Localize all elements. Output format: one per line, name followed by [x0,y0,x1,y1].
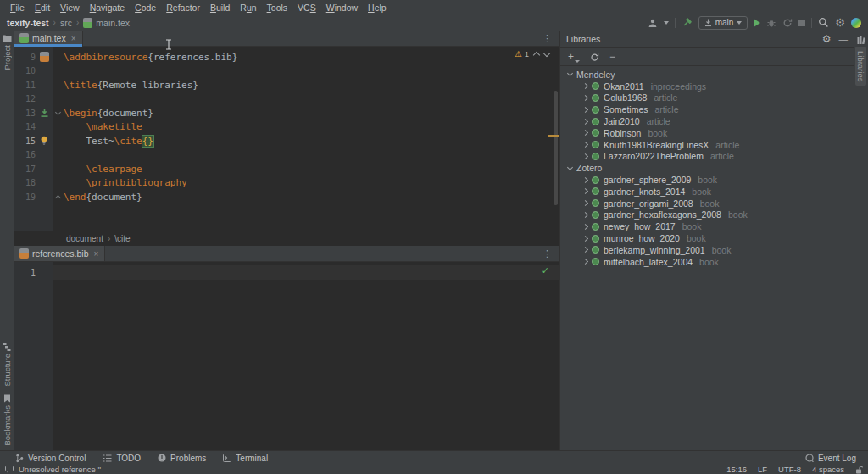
code-line[interactable]: 18 \printbibliography [14,176,559,191]
fold-marker-icon[interactable] [55,109,61,115]
next-issue-icon[interactable] [543,49,550,56]
user-profile-icon[interactable] [648,18,658,28]
run-button[interactable] [754,19,760,27]
tree-section-zotero[interactable]: Zotero [560,162,854,174]
chevron-right-icon[interactable] [582,142,588,148]
tab-options-icon[interactable]: ⋮ [535,246,559,261]
panel-hide-icon[interactable]: — [839,34,849,44]
library-entry[interactable]: berlekamp_winning_2001book [560,244,854,256]
menu-item-help[interactable]: Help [363,3,392,13]
library-entry[interactable]: gardner_origami_2008book [560,198,854,209]
chevron-right-icon[interactable] [582,119,588,125]
toolwindow-terminal[interactable]: Terminal [223,454,268,463]
tex-scrollbar[interactable] [554,91,558,205]
menu-item-code[interactable]: Code [130,3,161,13]
breadcrumb-item-maintex[interactable]: main.tex [96,18,130,28]
breadcrumb-item[interactable]: \cite [114,234,130,243]
chevron-right-icon[interactable] [582,107,588,113]
project-tool-icon[interactable] [3,34,12,42]
settings-gear-icon[interactable]: ⚙ [835,17,845,28]
tab-references-bib[interactable]: references.bib × [14,246,105,261]
library-entry[interactable]: Sometimesarticle [560,103,854,115]
inspection-widget[interactable]: ⚠ 1 [515,49,549,59]
build-hammer-icon[interactable] [682,17,693,28]
tab-main-tex[interactable]: main.tex × [14,31,83,46]
library-entry[interactable]: munroe_how_2020book [560,232,854,244]
inspections-ok-icon[interactable]: ✓ [542,265,549,276]
ide-updates-icon[interactable] [851,18,861,28]
chevron-right-icon[interactable] [582,212,588,218]
event-log-button[interactable]: Event Log [805,454,868,463]
library-entry[interactable]: Golub1968article [560,92,854,104]
menu-item-tools[interactable]: Tools [262,3,293,13]
breadcrumb-item-src[interactable]: src [60,18,72,28]
chevron-right-icon[interactable] [582,236,588,242]
tab-close-icon[interactable]: × [94,249,99,259]
chevron-down-icon[interactable] [567,70,573,76]
tab-options-icon[interactable]: ⋮ [535,31,559,46]
unlocked-icon[interactable] [855,466,863,474]
chevron-right-icon[interactable] [582,177,588,183]
tool-stripe-structure[interactable]: Structure [3,343,12,387]
library-entry[interactable]: Jain2010article [560,115,854,127]
library-entry[interactable]: newey_how_2017book [560,220,854,232]
toolwindow-version-control[interactable]: Version Control [15,454,86,463]
code-line[interactable]: 15 Test~\cite{} [14,134,559,148]
code-line[interactable]: 9\addbibresource{references.bib} [14,50,559,64]
libraries-tool-icon[interactable] [857,36,865,44]
code-line[interactable]: 12 [14,92,559,107]
panel-settings-icon[interactable]: ⚙ [822,33,832,45]
tool-stripe-libraries[interactable]: Libraries [855,47,866,86]
chevron-right-icon[interactable] [582,153,588,159]
run-configuration-select[interactable]: main [698,16,748,30]
prev-issue-icon[interactable] [533,51,540,58]
caret-position[interactable]: 15:16 [726,465,747,474]
code-line[interactable]: 10 [14,64,559,79]
chevron-right-icon[interactable] [582,83,588,89]
tool-stripe-project[interactable]: Project [3,45,12,70]
code-line[interactable]: 19\end{document} [14,190,559,204]
chevron-right-icon[interactable] [582,247,588,253]
tool-stripe-bookmarks[interactable]: Bookmarks [3,394,12,446]
bib-file-icon[interactable] [40,52,49,62]
run-document-icon[interactable] [40,109,49,118]
fold-marker-icon[interactable] [55,195,61,201]
tex-editor[interactable]: 9\addbibresource{references.bib}1011\tit… [14,47,559,231]
status-message[interactable]: Unresolved reference '' [19,465,101,474]
menu-item-file[interactable]: File [5,3,30,13]
toolwindow-problems[interactable]: Problems [158,454,206,463]
code-line[interactable]: 11\title{Remote libraries} [14,78,559,92]
debug-bug-icon[interactable] [766,18,776,28]
chevron-down-icon[interactable] [567,165,573,170]
library-entry[interactable]: Robinsonbook [560,127,854,139]
menu-item-edit[interactable]: Edit [30,3,55,13]
lightbulb-icon[interactable] [40,136,48,146]
tree-section-mendeley[interactable]: Mendeley [560,69,854,81]
menu-item-build[interactable]: Build [205,3,235,13]
breadcrumb-item[interactable]: document [66,234,103,243]
chevron-right-icon[interactable] [582,95,588,101]
tab-close-icon[interactable]: × [71,34,76,43]
code-line[interactable]: 14 \maketitle [14,120,559,135]
chevron-right-icon[interactable] [582,188,588,194]
stop-button[interactable] [798,20,805,26]
refresh-icon[interactable] [590,53,599,62]
menu-item-view[interactable]: View [55,3,85,13]
remove-library-button[interactable]: − [609,51,615,63]
user-dropdown-arrow[interactable] [664,21,669,25]
indent-setting[interactable]: 4 spaces [812,465,844,474]
menu-item-navigate[interactable]: Navigate [85,3,130,13]
run-with-coverage-icon[interactable] [782,18,793,28]
code-line[interactable]: 16 [14,148,559,163]
menu-item-run[interactable]: Run [235,3,261,13]
toolwindow-todo[interactable]: TODO [103,454,141,463]
library-entry[interactable]: gardner_knots_2014book [560,186,854,198]
library-entry[interactable]: Okan2011inproceedings [560,81,854,92]
menu-item-refactor[interactable]: Refactor [161,3,205,13]
code-line[interactable]: 13\begin{document} [14,106,559,120]
file-encoding[interactable]: UTF-8 [778,465,801,474]
library-entry[interactable]: Knuth1981BreakingLinesXarticle [560,139,854,151]
chevron-right-icon[interactable] [582,130,588,136]
library-entry[interactable]: Lazzaro2022TheProblemarticle [560,151,854,163]
library-entry[interactable]: gardner_sphere_2009book [560,174,854,186]
